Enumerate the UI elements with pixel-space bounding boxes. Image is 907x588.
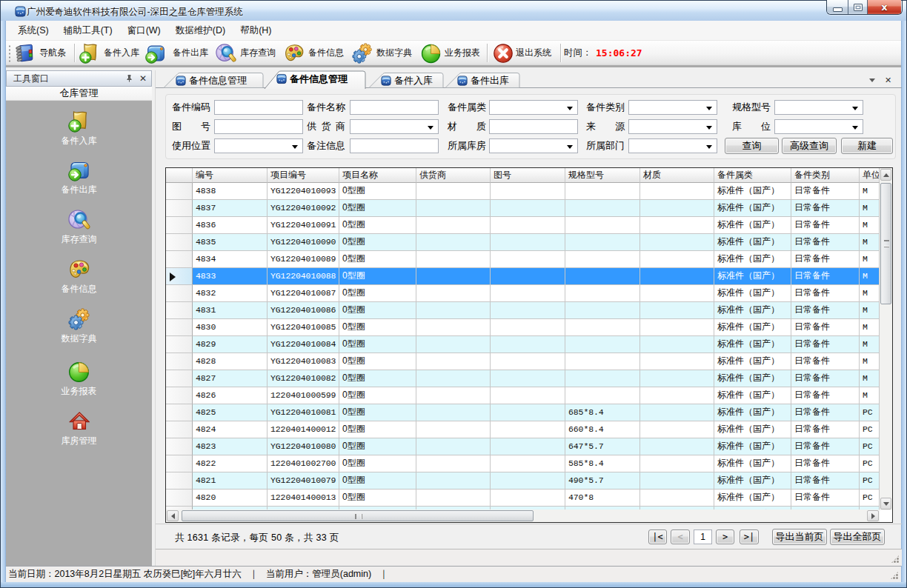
table-row[interactable]: 4831YG122040100860型圈标准件（国产）日常备件M bbox=[166, 302, 880, 319]
menu-item-1[interactable]: 系统(S) bbox=[10, 21, 56, 40]
toolbar-button-parts-inbound[interactable] bbox=[79, 41, 101, 65]
menu-item-2[interactable]: 辅助工具(T) bbox=[56, 21, 120, 40]
table-row[interactable]: 482412204014000120型圈660*8.4标准件（国产）日常备件PC bbox=[166, 421, 880, 438]
row-selector-cell[interactable] bbox=[166, 387, 193, 404]
供货商-select[interactable] bbox=[350, 119, 439, 134]
column-header-7[interactable]: 材质 bbox=[640, 168, 714, 183]
table-row[interactable]: 482012204014000130型圈470*8标准件（国产）日常备件PC bbox=[166, 490, 880, 507]
menu-item-4[interactable]: 数据维护(D) bbox=[168, 21, 233, 40]
row-selector-cell[interactable] bbox=[166, 217, 193, 234]
resize-grip-icon[interactable] bbox=[891, 555, 900, 564]
next-page-button[interactable]: > bbox=[716, 529, 734, 544]
row-selector-cell[interactable] bbox=[166, 200, 193, 217]
row-selector-cell[interactable] bbox=[166, 251, 193, 268]
sidebar-item-data-dictionary[interactable] bbox=[6, 307, 152, 331]
tab-1[interactable]: 备件信息管理 bbox=[164, 73, 263, 88]
row-selector-cell[interactable] bbox=[166, 490, 193, 507]
备件属类-select[interactable] bbox=[489, 100, 578, 115]
备件类别-select[interactable] bbox=[628, 100, 717, 115]
table-row[interactable]: 482212204010027000型圈585*8.4标准件（国产）日常备件PC bbox=[166, 455, 880, 472]
sidebar-item-business-report[interactable] bbox=[6, 360, 152, 384]
tab-2-active[interactable]: 备件信息管理 bbox=[265, 71, 365, 89]
resize-grip-icon[interactable] bbox=[890, 571, 899, 580]
horizontal-scroll-thumb[interactable] bbox=[182, 510, 534, 521]
column-header-8[interactable]: 备件属类 bbox=[714, 168, 791, 183]
column-header-10[interactable]: 单位 bbox=[860, 168, 880, 183]
table-row[interactable]: 4828YG122040100830型圈标准件（国产）日常备件M bbox=[166, 353, 880, 370]
tab-4[interactable]: 备件出库 bbox=[445, 73, 519, 88]
row-selector-cell[interactable] bbox=[166, 421, 193, 438]
table-row[interactable]: 4834YG122040100890型圈标准件（国产）日常备件M bbox=[166, 251, 880, 268]
table-row[interactable]: 4833YG122040100880型圈标准件（国产）日常备件M bbox=[166, 268, 880, 285]
sidebar-item-parts-outbound[interactable] bbox=[6, 158, 152, 182]
scroll-left-button[interactable] bbox=[167, 510, 179, 521]
table-row[interactable]: 4836YG122040100910型圈标准件（国产）日常备件M bbox=[166, 217, 880, 234]
column-header-9[interactable]: 备件类别 bbox=[791, 168, 860, 183]
row-selector-cell[interactable] bbox=[166, 183, 193, 200]
column-header-6[interactable]: 规格型号 bbox=[565, 168, 640, 183]
所属库房-select[interactable] bbox=[489, 138, 578, 153]
row-selector-cell[interactable] bbox=[166, 370, 193, 387]
所属部门-select[interactable] bbox=[628, 138, 717, 153]
scroll-up-button[interactable] bbox=[880, 169, 891, 181]
row-selector-cell[interactable] bbox=[166, 336, 193, 353]
column-header-3[interactable]: 项目名称 bbox=[339, 168, 416, 183]
horizontal-scrollbar[interactable] bbox=[166, 510, 880, 522]
使用位置-select[interactable] bbox=[214, 138, 303, 153]
menu-item-3[interactable]: 窗口(W) bbox=[120, 21, 168, 40]
row-selector-cell[interactable] bbox=[166, 455, 193, 472]
column-header-2[interactable]: 项目编号 bbox=[268, 168, 339, 183]
row-selector-cell[interactable] bbox=[166, 353, 193, 370]
toolbar-button-data-dictionary[interactable] bbox=[351, 41, 373, 65]
first-page-button[interactable]: |< bbox=[648, 529, 667, 544]
last-page-button[interactable]: >| bbox=[740, 529, 759, 544]
table-row[interactable]: 4832YG122040100870型圈标准件（国产）日常备件M bbox=[166, 285, 880, 302]
column-header-1[interactable]: 编号 bbox=[193, 168, 268, 183]
vertical-scroll-thumb[interactable] bbox=[880, 183, 891, 304]
table-row[interactable]: 4825YG122040100810型圈685*8.4标准件（国产）日常备件PC bbox=[166, 404, 880, 421]
sidebar-item-parts-info[interactable] bbox=[6, 258, 152, 281]
图号-input[interactable] bbox=[214, 119, 303, 134]
table-row[interactable]: 4823YG122040100800型圈647*5.7标准件（国产）日常备件PC bbox=[166, 438, 880, 455]
row-selector-cell[interactable] bbox=[166, 302, 193, 319]
grid-corner-header[interactable] bbox=[166, 168, 193, 183]
pin-button[interactable] bbox=[123, 73, 135, 84]
table-row[interactable]: 4829YG122040100840型圈标准件（国产）日常备件M bbox=[166, 336, 880, 353]
toolbar-button-navigation-book[interactable] bbox=[13, 41, 36, 65]
备件编码-input[interactable] bbox=[214, 100, 303, 115]
export-all-pages-button[interactable]: 导出全部页 bbox=[830, 529, 885, 545]
column-header-5[interactable]: 图号 bbox=[491, 168, 565, 183]
table-row[interactable]: 4835YG122040100900型圈标准件（国产）日常备件M bbox=[166, 234, 880, 251]
toolbar-button-exit-system[interactable] bbox=[492, 41, 514, 65]
scroll-right-button[interactable] bbox=[867, 510, 879, 521]
库位-select[interactable] bbox=[774, 119, 863, 134]
table-row[interactable]: 4837YG122040100920型圈标准件（国产）日常备件M bbox=[166, 200, 880, 217]
table-row[interactable]: 4827YG122040100820型圈标准件（国产）日常备件M bbox=[166, 370, 880, 387]
toolbar-drag-handle[interactable] bbox=[8, 44, 11, 62]
new-button[interactable]: 新建 bbox=[841, 138, 893, 154]
row-selector-cell[interactable] bbox=[166, 438, 193, 455]
sidebar-item-parts-inbound[interactable] bbox=[6, 110, 152, 133]
menu-item-5[interactable]: 帮助(H) bbox=[233, 21, 279, 40]
row-selector-cell[interactable] bbox=[166, 404, 193, 421]
sidebar-item-warehouse-mgmt[interactable] bbox=[6, 410, 152, 433]
row-selector-cell[interactable] bbox=[166, 268, 193, 285]
prev-page-button[interactable]: < bbox=[671, 529, 690, 544]
column-header-4[interactable]: 供货商 bbox=[416, 168, 491, 183]
export-current-page-button[interactable]: 导出当前页 bbox=[772, 529, 827, 545]
tool-window-close-button[interactable]: ✕ bbox=[137, 73, 149, 84]
page-number-input[interactable] bbox=[694, 529, 712, 544]
vertical-scrollbar[interactable] bbox=[880, 168, 892, 510]
toolbar-button-parts-outbound[interactable] bbox=[144, 41, 167, 65]
tab-list-dropdown-button[interactable] bbox=[866, 75, 877, 86]
row-selector-cell[interactable] bbox=[166, 234, 193, 251]
close-button[interactable]: x bbox=[868, 0, 901, 14]
table-row[interactable]: 4830YG122040100850型圈标准件（国产）日常备件M bbox=[166, 319, 880, 336]
minimize-button[interactable] bbox=[827, 0, 848, 14]
row-selector-cell[interactable] bbox=[166, 472, 193, 490]
来源-select[interactable] bbox=[628, 119, 717, 134]
table-row[interactable]: 4821YG122040100790型圈490*5.7标准件（国产）日常备件PC bbox=[166, 472, 880, 490]
toolbar-button-business-report[interactable] bbox=[420, 41, 442, 65]
规格型号-select[interactable] bbox=[774, 100, 863, 115]
toolbar-button-parts-info[interactable] bbox=[283, 41, 305, 65]
